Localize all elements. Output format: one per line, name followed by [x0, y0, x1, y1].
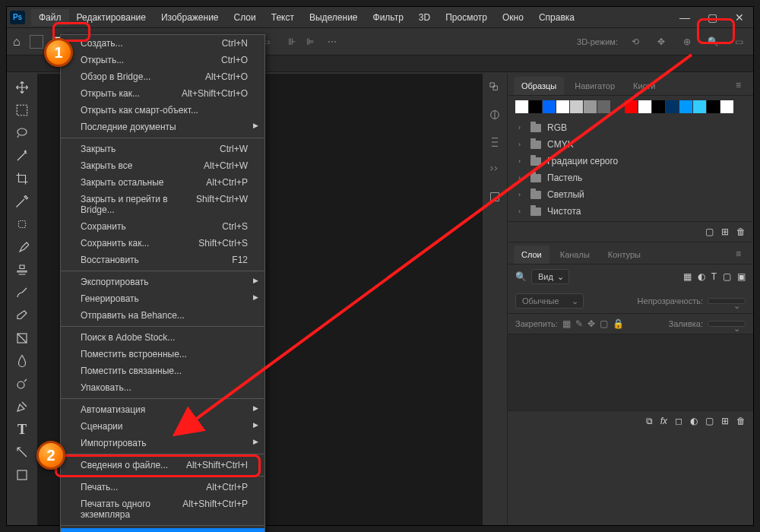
3d-zoom-icon[interactable]: ⊕	[679, 33, 695, 50]
crop-tool[interactable]	[10, 168, 34, 189]
menu-item-закрыть-остальные[interactable]: Закрыть остальныеAlt+Ctrl+P	[61, 174, 264, 191]
pen-tool[interactable]	[10, 396, 34, 417]
new-layer-icon[interactable]: ⊞	[721, 416, 729, 426]
swatch[interactable]	[720, 100, 733, 113]
menu-item-генерировать[interactable]: Генерировать	[61, 290, 264, 307]
lasso-tool[interactable]	[10, 122, 34, 144]
color-panel-icon[interactable]	[487, 80, 502, 95]
menu-item-открыть-как-смарт-объект-[interactable]: Открыть как смарт-объект...	[61, 102, 264, 119]
filter-type-icon[interactable]: T	[711, 271, 717, 282]
menu-item-сценарии[interactable]: Сценарии	[61, 418, 264, 435]
layers-menu-icon[interactable]: ≡	[730, 245, 747, 264]
lock-all-icon[interactable]: 🔒	[613, 318, 624, 329]
group-icon[interactable]: ▢	[705, 416, 714, 426]
swatch[interactable]	[611, 100, 624, 113]
menu-item-последние-документы[interactable]: Последние документы	[61, 119, 264, 135]
menu-item-печатать-одного-экземпляра[interactable]: Печатать одного экземпляраAlt+Shift+Ctrl…	[61, 496, 264, 523]
delete-swatch-icon[interactable]: 🗑	[736, 226, 746, 237]
menu-text[interactable]: Текст	[264, 9, 302, 26]
tab-channels[interactable]: Каналы	[553, 245, 597, 264]
tab-navigator[interactable]: Навигатор	[567, 77, 622, 95]
swatch[interactable]	[707, 100, 720, 113]
new-swatch-icon[interactable]: ⊞	[721, 226, 729, 237]
link-layers-icon[interactable]: ⧉	[646, 416, 653, 426]
swatch-folder[interactable]: ›Пастель	[508, 169, 753, 186]
menu-item-открыть-как-[interactable]: Открыть как...Alt+Shift+Ctrl+O	[61, 85, 264, 102]
filter-shape-icon[interactable]: ▢	[723, 271, 731, 282]
swatch[interactable]	[625, 100, 638, 113]
menu-item-отправить-на-behance-[interactable]: Отправить на Behance...	[61, 307, 264, 324]
workspace-icon[interactable]: ▭	[730, 33, 747, 50]
path-tool[interactable]	[10, 442, 34, 463]
swatch-folder[interactable]: ›Светлый	[508, 186, 753, 203]
swatch[interactable]	[693, 100, 706, 113]
menu-item-открыть-[interactable]: Открыть...Ctrl+O	[61, 52, 264, 68]
swatch[interactable]	[570, 100, 583, 113]
swatch[interactable]	[666, 100, 679, 113]
menu-filter[interactable]: Фильтр	[366, 9, 411, 26]
lock-pixels-icon[interactable]: ▦	[562, 318, 571, 329]
eyedropper-tool[interactable]	[10, 191, 34, 212]
menu-item-поместить-связанные-[interactable]: Поместить связанные...	[61, 363, 264, 379]
adjustment-icon[interactable]: ◐	[690, 416, 698, 426]
eraser-tool[interactable]	[10, 305, 34, 326]
history-brush-tool[interactable]	[10, 282, 34, 303]
menu-edit[interactable]: Редактирование	[69, 9, 154, 26]
search-icon[interactable]: 🔍	[705, 33, 721, 50]
layer-filter-combo[interactable]: Вид	[531, 269, 569, 284]
lock-position-icon[interactable]: ✥	[587, 318, 595, 329]
menu-item-обзор-в-bridge-[interactable]: Обзор в Bridge...Alt+Ctrl+O	[61, 68, 264, 85]
tool-preset-icon[interactable]	[30, 35, 43, 49]
swatch-folder[interactable]: ›Чистота	[508, 203, 753, 220]
menu-select[interactable]: Выделение	[302, 9, 366, 26]
swatch[interactable]	[543, 100, 556, 113]
menu-help[interactable]: Справка	[531, 9, 582, 26]
menu-item-закрыть-все[interactable]: Закрыть всеAlt+Ctrl+W	[61, 157, 264, 174]
swatch[interactable]	[597, 100, 610, 113]
new-group-icon[interactable]: ▢	[705, 226, 714, 237]
menu-item-поиск-в-adobe-stock-[interactable]: Поиск в Adobe Stock...	[61, 329, 264, 346]
shape-tool[interactable]	[10, 464, 34, 486]
heal-tool[interactable]	[10, 214, 34, 235]
opacity-combo[interactable]	[708, 298, 746, 304]
menu-item-сведения-о-файле-[interactable]: Сведения о файле...Alt+Shift+Ctrl+I	[61, 457, 264, 473]
menu-image[interactable]: Изображение	[154, 9, 226, 26]
swatch-folder[interactable]: ›CMYK	[508, 136, 753, 153]
distribute-v-icon[interactable]: ⊫	[302, 33, 318, 50]
marquee-tool[interactable]	[10, 100, 34, 121]
blend-mode-combo[interactable]: Обычные	[515, 293, 584, 309]
dodge-tool[interactable]	[10, 373, 34, 394]
menu-item-печать-[interactable]: Печать...Alt+Ctrl+P	[61, 479, 264, 496]
lock-artboard-icon[interactable]: ▢	[600, 318, 608, 329]
minimize-button[interactable]: —	[674, 10, 695, 25]
brush-tool[interactable]	[10, 236, 34, 258]
more-options-icon[interactable]: ⋯	[328, 36, 337, 47]
menu-3d[interactable]: 3D	[411, 9, 438, 26]
panel-menu-icon[interactable]: ≡	[730, 77, 747, 95]
swatch[interactable]	[515, 100, 528, 113]
swatch[interactable]	[679, 100, 692, 113]
menu-item-автоматизация[interactable]: Автоматизация	[61, 401, 264, 418]
properties-panel-icon[interactable]	[487, 135, 502, 150]
menu-item-восстановить[interactable]: ВосстановитьF12	[61, 252, 264, 268]
gradient-tool[interactable]	[10, 328, 34, 349]
type-tool[interactable]: T	[10, 419, 34, 440]
filter-smart-icon[interactable]: ▣	[737, 271, 746, 282]
menu-item-поместить-встроенные-[interactable]: Поместить встроенные...	[61, 346, 264, 363]
menu-item-сохранить[interactable]: СохранитьCtrl+S	[61, 218, 264, 235]
lock-brush-icon[interactable]: ✎	[575, 318, 583, 329]
distribute-h-icon[interactable]: ⊪	[283, 33, 300, 50]
swatch-folder[interactable]: ›Градации серого	[508, 153, 753, 169]
menu-file[interactable]: Файл	[31, 9, 69, 26]
menu-item-сохранить-как-[interactable]: Сохранить как...Shift+Ctrl+S	[61, 235, 264, 252]
blur-tool[interactable]	[10, 350, 34, 372]
3d-pan-icon[interactable]: ✥	[653, 33, 670, 50]
swatch[interactable]	[584, 100, 597, 113]
styles-panel-icon[interactable]	[487, 162, 502, 177]
adjustments-panel-icon[interactable]	[487, 107, 502, 122]
menu-item-закрыть-и-перейти-в-bridge-[interactable]: Закрыть и перейти в Bridge...Shift+Ctrl+…	[61, 191, 264, 218]
menu-item-закрыть[interactable]: ЗакрытьCtrl+W	[61, 141, 264, 157]
close-button[interactable]: ✕	[729, 10, 750, 25]
menu-view[interactable]: Просмотр	[438, 9, 495, 26]
menu-window[interactable]: Окно	[495, 9, 531, 26]
